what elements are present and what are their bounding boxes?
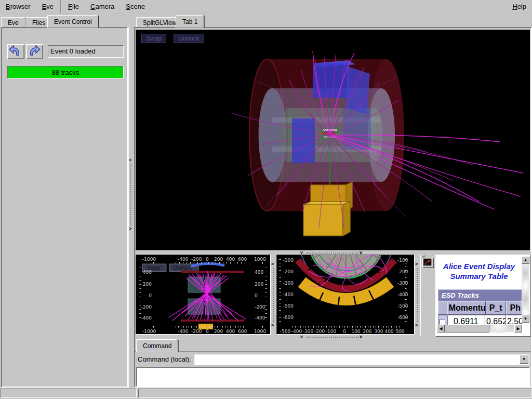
summary-hscrollbar[interactable]: ◀ ▶ (437, 325, 522, 332)
menu-separator (60, 1, 61, 13)
side-projection-view[interactable]: Swap Undock (136, 255, 271, 335)
axis-tick: -400 (178, 257, 189, 262)
axis-tick: 200 (214, 257, 223, 262)
select-column-header (438, 301, 447, 315)
scroll-up-button[interactable]: ▲ (522, 256, 529, 264)
event-control-panel: Event 0 loaded 88 tracks (1, 27, 128, 388)
menu-browser[interactable]: Browser (0, 1, 36, 12)
canvas-icon (423, 258, 432, 267)
axis-tick: -600 (397, 315, 408, 320)
tab-eve[interactable]: Eve (1, 17, 25, 28)
horizontal-splitter-bottom[interactable]: v v (299, 336, 366, 339)
axis-tick: -1000 (142, 257, 156, 262)
summary-title-line1: Alice Event Display (436, 261, 522, 271)
split-gl-view: Swap Undock (134, 27, 532, 388)
splitter-arrow-icon: > (271, 323, 274, 328)
scroll-right-button[interactable]: ▶ (514, 325, 522, 332)
previous-event-button[interactable] (7, 44, 24, 59)
menu-bar: Browser Eve File Camera Scene Help (0, 0, 532, 14)
status-bar-left (1, 389, 137, 398)
splitter-arrow-icon: > (129, 158, 131, 163)
axis-tick: 200 (363, 329, 371, 334)
axis-tick: 200 (143, 282, 152, 287)
axis-tick: -200 (191, 257, 202, 262)
momentum-column-header: Momentum (447, 301, 486, 315)
axis-tick: -300 (283, 281, 294, 286)
hscroll-thumb[interactable] (445, 325, 489, 332)
tab-1[interactable]: Tab 1 (176, 15, 204, 28)
splitter-arrow-icon: v (360, 335, 362, 339)
axis-tick: 600 (238, 329, 247, 334)
svg-text:Undock: Undock (173, 265, 193, 271)
axis-tick: 0 (149, 293, 152, 298)
menu-eve[interactable]: Eve (36, 1, 59, 12)
front-projection-view[interactable]: -100 -200 -300 -400 -500 -600 -100 -200 … (276, 255, 415, 335)
menu-file[interactable]: File (62, 1, 85, 12)
scroll-down-button[interactable]: ▼ (522, 315, 529, 323)
bottom-splitter-1[interactable]: > > (271, 255, 276, 335)
splitter-arrow-icon: v (300, 251, 303, 255)
command-output-area[interactable] (136, 367, 530, 387)
axis-tick: 1000 (254, 257, 266, 262)
axis-tick: 300 (374, 329, 383, 334)
axis-tick: -200 (314, 329, 325, 334)
phi-column-header: Ph (506, 301, 522, 315)
splitter-arrow-icon: v (360, 251, 362, 255)
command-dropdown-button[interactable]: ▼ (520, 355, 528, 364)
menu-help[interactable]: Help (507, 1, 532, 12)
axis-tick: 0 (255, 293, 258, 298)
axis-tick: -500 (397, 303, 408, 309)
bottom-splitter-2[interactable]: > > (415, 255, 420, 335)
front-projection-render: -100 -200 -300 -400 -500 -600 -100 -200 … (277, 255, 414, 334)
axis-tick: 1000 (254, 329, 266, 334)
axis-tick: -200 (397, 269, 408, 274)
axis-tick: -600 (283, 315, 294, 320)
splitter-arrow-icon: > (129, 227, 131, 231)
axis-tick: -400 (397, 292, 408, 297)
summary-vscrollbar[interactable]: ▲ ▼ (522, 256, 529, 323)
tracks-count-badge: 88 tracks (7, 66, 124, 78)
summary-side-strip: ◁ (420, 255, 435, 336)
axis-tick: 400 (226, 257, 235, 262)
editor-button[interactable] (422, 258, 434, 268)
axis-tick: -1000 (142, 329, 156, 334)
row-checkbox[interactable] (440, 319, 445, 325)
axis-tick: -300 (303, 329, 314, 334)
axis-tick: -100 (283, 258, 294, 263)
detector-3d-render (136, 30, 530, 250)
axis-tick: 200 (214, 329, 223, 334)
scroll-left-button[interactable]: ◀ (437, 325, 445, 332)
main-vertical-splitter[interactable]: > > (128, 27, 134, 388)
axis-tick: -400 (255, 315, 265, 321)
arrow-left-icon (7, 44, 23, 58)
axis-tick: -400 (141, 315, 152, 321)
command-label: Command (local): (138, 355, 191, 363)
menu-scene[interactable]: Scene (120, 1, 151, 12)
axis-tick: -200 (255, 304, 265, 310)
splitter-arrow-icon: > (415, 262, 418, 267)
axis-tick: -200 (191, 329, 202, 334)
axis-tick: -400 (178, 329, 189, 334)
menu-camera[interactable]: Camera (85, 1, 120, 12)
splitter-arrow-icon: > (271, 262, 274, 267)
tab-event-control[interactable]: Event Control (47, 15, 99, 28)
axis-tick: -200 (283, 269, 294, 274)
esd-tracks-header: ESD Tracks (438, 289, 522, 301)
tab-command[interactable]: Command (136, 339, 178, 352)
axis-tick: -200 (141, 304, 152, 310)
axis-tick: -300 (397, 281, 408, 286)
axis-tick: -500 (280, 329, 291, 334)
axis-tick: 0 (206, 257, 209, 262)
axis-tick: 400 (255, 270, 263, 275)
axis-tick: -400 (291, 329, 302, 334)
event-status-field[interactable]: Event 0 loaded (48, 45, 124, 58)
command-input-value (194, 354, 529, 356)
axis-tick: -500 (283, 303, 294, 309)
splitter-arrow-icon: v (300, 335, 303, 339)
next-event-button[interactable] (26, 44, 43, 59)
command-combobox[interactable]: ▼ (194, 354, 529, 365)
main-3d-view[interactable]: Swap Undock (136, 30, 530, 251)
summary-title-line2: Summary Table (436, 271, 522, 281)
status-bar-right (138, 389, 531, 398)
axis-tick: -100 (326, 329, 337, 334)
